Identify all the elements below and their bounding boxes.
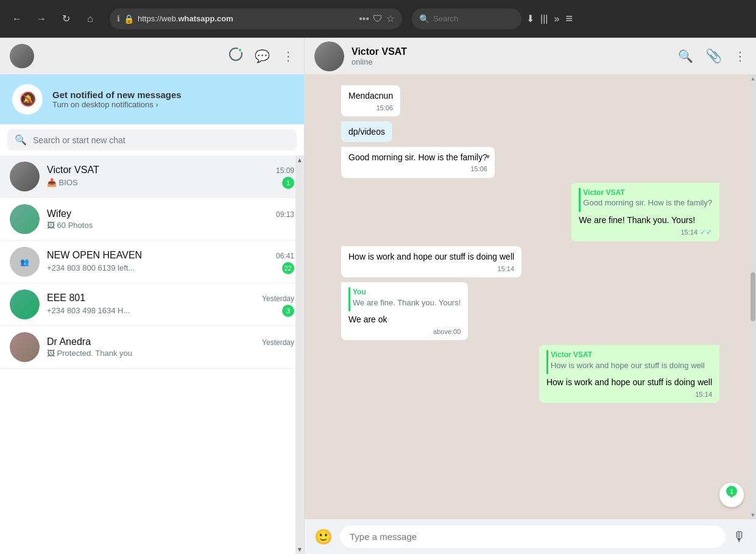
msg-row: Good morning sir. How is the family? ▾ 1… <box>341 147 719 178</box>
scrollbar-down[interactable]: ▼ <box>749 511 756 519</box>
notification-banner: 🔕 Get notified of new messages Turn on d… <box>0 74 304 124</box>
address-bar[interactable]: ℹ 🔒 https://web.whatsapp.com ••• 🛡 ☆ <box>110 9 402 29</box>
victor-preview: 📥 BIOS <box>47 178 78 187</box>
reply-text: We are fine. Thank you. Yours! <box>353 297 461 308</box>
more-options-icon[interactable]: ••• <box>359 13 369 24</box>
menu-icon[interactable]: ≡ <box>565 12 573 26</box>
forward-button[interactable]: → <box>32 9 51 29</box>
message-text: dp/videos <box>348 127 385 137</box>
chat-search-icon[interactable]: 🔍 <box>678 49 693 63</box>
message-text: How is work and hope our stuff is doing … <box>546 377 712 389</box>
chat-item-dranedra[interactable]: Dr Anedra Yesterday 🖼 Protected. Thank y… <box>0 326 304 369</box>
scrollbar[interactable]: ▲ ▼ <box>750 74 756 519</box>
message-time: 15:14 <box>498 265 515 274</box>
scroll-up-arrow[interactable]: ▲ <box>295 155 304 165</box>
scroll-down-arrow[interactable]: ▼ <box>295 545 304 554</box>
back-button[interactable]: ← <box>7 9 27 29</box>
right-panel: Victor VSAT online 🔍 📎 ⋮ Mendacnun 15:06 <box>305 38 756 554</box>
notification-subtitle[interactable]: Turn on desktop notifications › <box>52 100 182 109</box>
message-text: We are fine! Thank you. Yours! <box>579 215 712 227</box>
scrollbar-thumb[interactable] <box>751 272 755 321</box>
message-bubble: You We are fine. Thank you. Yours! We ar… <box>341 282 468 340</box>
message-input[interactable] <box>340 525 726 548</box>
wifey-time: 09:13 <box>276 210 294 219</box>
reply-indicator: Victor VSAT Good morning sir. How is the… <box>579 188 712 212</box>
emoji-button[interactable]: 🙂 <box>314 528 333 545</box>
reply-indicator: Victor VSAT How is work and hope our stu… <box>546 350 712 374</box>
messages-wrapper: Mendacnun 15:06 dp/videos Good morni <box>305 74 756 519</box>
download-icon[interactable]: ⬇ <box>526 13 534 24</box>
messages-area: Mendacnun 15:06 dp/videos Good morni <box>305 74 756 519</box>
status-icon[interactable] <box>229 48 242 65</box>
bell-muted-icon: 🔕 <box>19 91 36 107</box>
refresh-button[interactable]: ↻ <box>56 9 76 29</box>
newopenhaven-avatar: 👥 <box>10 247 40 277</box>
header-icons: 💬 ⋮ <box>229 48 294 65</box>
contact-name: Victor VSAT <box>352 46 671 57</box>
eee801-avatar <box>10 289 40 319</box>
newopenhaven-name: NEW OPEN HEAVEN <box>47 250 142 261</box>
extend-icon[interactable]: » <box>554 13 559 24</box>
home-button[interactable]: ⌂ <box>80 9 100 29</box>
browser-search-bar[interactable]: 🔍 <box>412 9 521 29</box>
message-text: We are ok <box>348 314 461 326</box>
reply-text: How is work and hope our stuff is doing … <box>551 360 705 371</box>
search-box[interactable]: 🔍 <box>7 129 297 151</box>
scroll-down-button[interactable]: 1 ▼ <box>719 483 744 507</box>
victor-avatar <box>10 162 40 191</box>
browser-toolbar: ← → ↻ ⌂ ℹ 🔒 https://web.whatsapp.com •••… <box>0 0 756 38</box>
message-bubble: Mendacnun 15:06 <box>341 85 400 116</box>
mic-button[interactable]: 🎙 <box>733 529 746 545</box>
dropdown-arrow[interactable]: ▾ <box>486 152 490 162</box>
chat-item-newopenhaven[interactable]: 👥 NEW OPEN HEAVEN 06:41 +234 803 800 613… <box>0 241 304 283</box>
message-time: 15:06 <box>376 104 394 113</box>
eee801-name: EEE 801 <box>47 293 85 304</box>
contact-status: online <box>352 57 671 66</box>
menu-dots-icon[interactable]: ⋮ <box>282 49 294 63</box>
message-time: above:00 <box>433 327 461 336</box>
my-avatar[interactable] <box>10 44 34 68</box>
chat-info-wifey: Wifey 09:13 🖼 60 Photos <box>47 208 294 230</box>
message-bubble: dp/videos <box>341 121 392 142</box>
pocket-icon[interactable]: 🛡 <box>373 13 383 24</box>
browser-search-input[interactable] <box>433 14 506 23</box>
search-chat-input[interactable] <box>33 135 289 145</box>
wifey-name: Wifey <box>47 208 71 219</box>
chat-info-eee801: EEE 801 Yesterday +234 803 498 1634 H...… <box>47 293 294 317</box>
msg-row: How is work and hope our stuff is doing … <box>341 246 719 277</box>
contact-avatar[interactable] <box>314 41 344 71</box>
newopenhaven-unread: 22 <box>282 262 294 274</box>
left-panel: 💬 ⋮ 🔕 Get notified of new messages Turn … <box>0 38 305 554</box>
message-time: 15:06 <box>470 165 487 174</box>
message-bubble: Victor VSAT Good morning sir. How is the… <box>571 183 719 241</box>
chat-menu-icon[interactable]: ⋮ <box>734 49 746 63</box>
scroll-unread-badge: 1 <box>726 486 737 497</box>
msg-row: Victor VSAT Good morning sir. How is the… <box>341 183 719 241</box>
reply-indicator: You We are fine. Thank you. Yours! <box>348 287 461 311</box>
notification-bell-circle: 🔕 <box>12 84 43 115</box>
chat-info-victor: Victor VSAT 15:09 📥 BIOS 1 <box>47 165 294 189</box>
chat-item-wifey[interactable]: Wifey 09:13 🖼 60 Photos <box>0 198 304 241</box>
scroll-down-icon: 1 ▼ <box>727 489 737 500</box>
search-icon: 🔍 <box>419 14 429 24</box>
notification-text: Get notified of new messages Turn on des… <box>52 90 182 109</box>
dranedra-time: Yesterday <box>262 338 294 347</box>
new-chat-icon[interactable]: 💬 <box>255 49 270 63</box>
chat-item-eee801[interactable]: EEE 801 Yesterday +234 803 498 1634 H...… <box>0 283 304 326</box>
message-text: Good morning sir. How is the family? <box>348 152 487 162</box>
library-icon[interactable]: ||| <box>540 13 548 24</box>
dranedra-avatar <box>10 332 40 362</box>
scrollbar-up[interactable]: ▲ <box>749 74 756 83</box>
reply-author: Victor VSAT <box>583 188 712 198</box>
read-receipt: ✓✓ <box>700 227 712 238</box>
message-bubble: Good morning sir. How is the family? ▾ 1… <box>341 147 495 178</box>
chat-item-victor[interactable]: Victor VSAT 15:09 📥 BIOS 1 <box>0 155 304 198</box>
star-icon[interactable]: ☆ <box>386 13 395 24</box>
victor-unread: 1 <box>282 177 294 189</box>
attachment-icon[interactable]: 📎 <box>705 48 722 64</box>
search-container: 🔍 <box>0 124 304 155</box>
wa-header: 💬 ⋮ <box>0 38 304 74</box>
newopenhaven-time: 06:41 <box>276 252 294 260</box>
msg-row: Victor VSAT How is work and hope our stu… <box>341 345 719 403</box>
victor-name: Victor VSAT <box>47 165 99 176</box>
